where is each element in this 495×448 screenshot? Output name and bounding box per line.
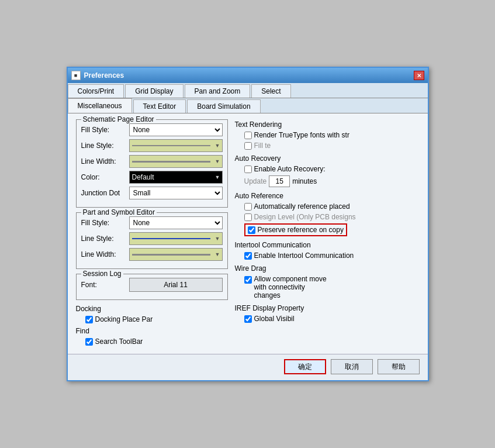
iref-section: IREF Display Property Global Visibil <box>235 304 420 323</box>
title-bar: ■ Preferences ✕ <box>68 68 428 83</box>
text-rendering-section: Text Rendering Render TrueType fonts wit… <box>235 120 420 150</box>
part-group-label: Part and Symbol Editor <box>81 208 157 216</box>
schematic-group-label: Schematic Page Editor <box>81 115 156 123</box>
line-style-select[interactable] <box>129 139 223 152</box>
update-label: Update <box>244 177 267 185</box>
global-visible-checkbox[interactable] <box>244 315 252 323</box>
color-select[interactable]: Default <box>129 171 223 184</box>
line-style-row: Line Style: <box>81 139 223 152</box>
part-line-select[interactable] <box>129 232 223 245</box>
line-width-preview <box>132 161 210 163</box>
content-area: Schematic Page Editor Fill Style: None L… <box>68 113 428 354</box>
line-width-select[interactable] <box>129 155 223 168</box>
main-columns: Schematic Page Editor Fill Style: None L… <box>76 119 420 348</box>
junction-row: Junction Dot Small <box>81 187 223 199</box>
close-button[interactable]: ✕ <box>414 71 424 80</box>
tab-text-editor[interactable]: Text Editor <box>133 99 186 113</box>
allow-component-checkbox[interactable] <box>244 276 252 284</box>
junction-label: Junction Dot <box>81 189 129 197</box>
enable-recovery-checkbox[interactable] <box>244 166 252 173</box>
docking-label: Docking Place Par <box>95 315 153 323</box>
docking-section: Docking Docking Place Par <box>76 305 228 323</box>
part-width-label: Line Width: <box>81 250 129 259</box>
cancel-button[interactable]: 取消 <box>331 359 373 374</box>
part-fill-label: Fill Style: <box>81 219 129 227</box>
minutes-label: minutes <box>292 177 317 185</box>
auto-recovery-section: Auto Recovery Enable Auto Recovery: Upda… <box>235 154 420 187</box>
auto-recovery-header: Auto Recovery <box>235 154 420 163</box>
design-level-row: Design Level (Only PCB designs <box>244 213 420 221</box>
enable-intertool-checkbox[interactable] <box>244 252 252 260</box>
preserve-ref-row: Preserve reference on copy <box>244 223 420 236</box>
update-row: Update minutes <box>244 175 420 187</box>
line-width-label: Line Width: <box>81 157 129 166</box>
design-level-checkbox[interactable] <box>244 213 252 221</box>
tab-grid-display[interactable]: Grid Display <box>125 84 183 98</box>
tab-colors-print[interactable]: Colors/Print <box>68 84 124 98</box>
auto-ref-header: Auto Reference <box>235 192 420 200</box>
color-row: Color: Default <box>81 171 223 184</box>
docking-check-row: Docking Place Par <box>85 315 228 323</box>
junction-select[interactable]: Small <box>129 187 223 199</box>
part-width-row: Line Width: <box>81 248 223 261</box>
fill-style-row: Fill Style: None <box>81 123 223 136</box>
session-group: Session Log Font: Arial 11 <box>76 274 228 300</box>
fill-style-label: Fill Style: <box>81 126 129 134</box>
auto-ref-label: Automatically reference placed <box>254 202 350 211</box>
render-truetype-row: Render TrueType fonts with str <box>244 131 420 139</box>
part-group: Part and Symbol Editor Fill Style: None … <box>76 212 228 269</box>
intertool-section: Intertool Communication Enable Intertool… <box>235 241 420 260</box>
tab-miscellaneous[interactable]: Miscellaneous <box>68 98 132 113</box>
right-column: Text Rendering Render TrueType fonts wit… <box>235 119 420 348</box>
iref-header: IREF Display Property <box>235 304 420 312</box>
color-label: Color: <box>81 173 129 181</box>
line-width-row: Line Width: <box>81 155 223 168</box>
footer: 确定 取消 帮助 <box>68 354 428 380</box>
docking-header: Docking <box>76 305 228 313</box>
line-style-label: Line Style: <box>81 142 129 150</box>
global-visible-label: Global Visibil <box>254 315 295 323</box>
part-width-preview <box>132 254 210 256</box>
line-style-preview <box>132 145 210 146</box>
design-level-label: Design Level (Only PCB designs <box>254 213 356 221</box>
auto-ref-check-row: Automatically reference placed <box>244 202 420 211</box>
wire-drag-header: Wire Drag <box>235 264 420 273</box>
tab-board-simulation[interactable]: Board Simulation <box>187 99 260 113</box>
part-fill-select[interactable]: None <box>129 216 223 229</box>
update-minutes-input[interactable] <box>269 175 290 187</box>
preferences-dialog: ■ Preferences ✕ Colors/Print Grid Displa… <box>67 67 429 381</box>
help-button[interactable]: 帮助 <box>378 359 420 374</box>
part-line-label: Line Style: <box>81 235 129 243</box>
tabs-row2: Miscellaneous Text Editor Board Simulati… <box>68 98 428 113</box>
auto-ref-section: Auto Reference Automatically reference p… <box>235 192 420 236</box>
part-line-row: Line Style: <box>81 232 223 245</box>
find-checkbox[interactable] <box>85 338 93 346</box>
enable-intertool-row: Enable Intertool Communication <box>244 251 420 260</box>
tabs-row1: Colors/Print Grid Display Pan and Zoom S… <box>68 83 428 98</box>
preserve-ref-label: Preserve reference on copy <box>258 226 344 234</box>
color-value: Default <box>132 173 154 181</box>
preserve-ref-highlight: Preserve reference on copy <box>244 223 347 236</box>
preserve-ref-checkbox[interactable] <box>248 226 255 234</box>
fill-style-select[interactable]: None <box>129 123 223 136</box>
part-line-preview <box>132 238 210 239</box>
find-label: Search ToolBar <box>95 337 143 346</box>
fill-te-checkbox[interactable] <box>244 142 252 150</box>
ok-button[interactable]: 确定 <box>284 359 326 374</box>
auto-ref-checkbox[interactable] <box>244 203 252 211</box>
fill-te-label: Fill te <box>254 142 271 150</box>
render-truetype-checkbox[interactable] <box>244 132 252 139</box>
title-bar-left: ■ Preferences <box>71 71 124 80</box>
schematic-group: Schematic Page Editor Fill Style: None L… <box>76 119 228 208</box>
find-section: Find Search ToolBar <box>76 327 228 346</box>
docking-checkbox[interactable] <box>85 316 93 323</box>
part-width-select[interactable] <box>129 248 223 261</box>
text-rendering-header: Text Rendering <box>235 120 420 129</box>
part-fill-row: Fill Style: None <box>81 216 223 229</box>
find-check-row: Search ToolBar <box>85 337 228 346</box>
app-icon: ■ <box>71 71 81 80</box>
tab-select[interactable]: Select <box>251 84 290 98</box>
tab-pan-zoom[interactable]: Pan and Zoom <box>185 84 251 98</box>
left-column: Schematic Page Editor Fill Style: None L… <box>76 119 228 348</box>
font-button[interactable]: Arial 11 <box>129 278 223 292</box>
